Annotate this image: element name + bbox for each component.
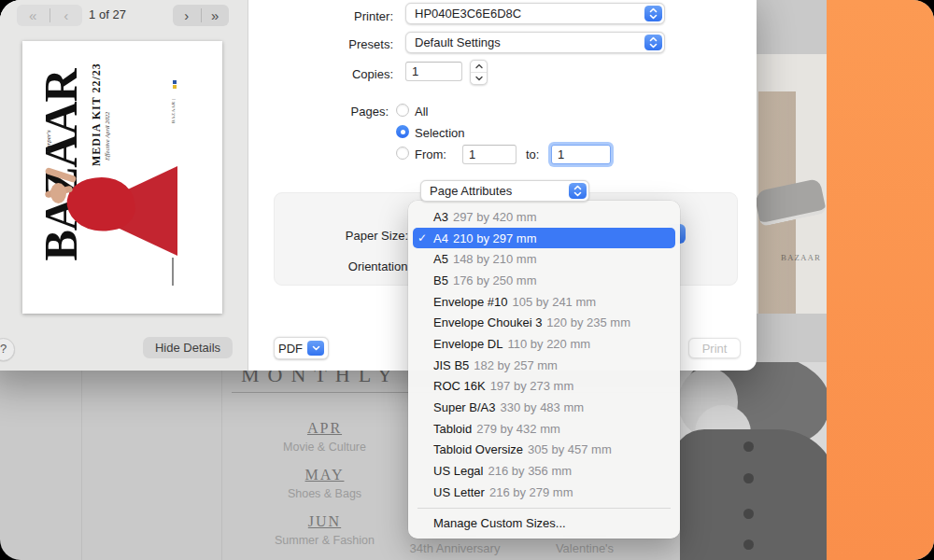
media-kit-subtitle: Effective April 2022 — [104, 75, 110, 161]
paper-size-name: ROC 16K — [433, 379, 486, 393]
background-footer-label: Valentine's — [537, 541, 632, 555]
paper-size-name: Super B/A3 — [433, 400, 496, 414]
paper-size-dimensions: 279 by 432 mm — [476, 422, 560, 436]
help-button[interactable]: ? — [0, 338, 15, 361]
logo-square-blue — [173, 80, 177, 84]
paper-size-menu-item[interactable]: ✓ A4 210 by 297 mm — [413, 228, 675, 249]
paper-size-name: Tabloid — [433, 422, 472, 436]
paper-size-menu-item[interactable]: ✓ Envelope DL 110 by 220 mm — [408, 333, 680, 355]
copies-label: Copies: — [304, 67, 393, 81]
desktop-wallpaper-stripe — [827, 0, 934, 560]
pages-to-input[interactable] — [551, 145, 611, 164]
print-button[interactable]: Print — [688, 338, 741, 358]
hide-details-button[interactable]: Hide Details — [143, 337, 233, 358]
paper-size-name: Envelope Choukei 3 — [433, 315, 542, 329]
paper-size-menu-item[interactable]: ✓ US Legal 216 by 356 mm — [408, 460, 680, 482]
paper-size-label: Paper Size: — [296, 229, 408, 243]
pagination-forward-group: › » — [173, 5, 229, 26]
paper-size-dimensions: 148 by 210 mm — [453, 252, 537, 266]
paper-size-dimensions: 105 by 241 mm — [513, 295, 597, 309]
paper-size-name: A3 — [433, 210, 448, 224]
section-select[interactable]: Page Attributes — [420, 180, 589, 202]
next-page-button[interactable]: › — [173, 5, 201, 26]
background-month-list: APR Movie & Culture MAY Shoes & Bags JUN… — [234, 420, 416, 547]
paper-size-dimensions: 216 by 279 mm — [489, 485, 573, 499]
pages-selection-label: Selection — [415, 126, 464, 140]
paper-size-menu-item[interactable]: ✓ Envelope #10 105 by 241 mm — [408, 291, 680, 313]
paper-size-menu-item[interactable]: ✓ JIS B5 182 by 257 mm — [408, 355, 680, 376]
month-name: JUN — [234, 513, 416, 530]
paper-size-menu-item[interactable]: ✓ US Letter 216 by 279 mm — [408, 482, 680, 503]
paper-size-dimensions: 182 by 257 mm — [474, 358, 558, 372]
paper-size-dimensions: 176 by 250 mm — [453, 273, 537, 287]
paper-size-name: A5 — [433, 252, 448, 266]
month-block: MAY Shoes & Bags — [234, 467, 416, 500]
paper-size-dimensions: 120 by 235 mm — [546, 315, 630, 329]
checkmark-icon: ✓ — [417, 231, 433, 245]
page-count-label: 1 of 27 — [77, 7, 138, 21]
paper-size-menu-item[interactable]: ✓ Tabloid 279 by 432 mm — [408, 418, 680, 440]
paper-size-menu-item[interactable]: ✓ Tabloid Oversize 305 by 457 mm — [408, 440, 680, 461]
paper-size-dimensions: 216 by 356 mm — [488, 464, 572, 478]
print-preview-page: BAZAAR Harper's MEDIA KIT 22/23 Effectiv… — [22, 41, 222, 314]
printer-label: Printer: — [304, 9, 393, 23]
month-name: APR — [234, 420, 416, 437]
month-theme: Summer & Fashion — [234, 534, 416, 547]
presets-select[interactable]: Default Settings — [405, 32, 665, 53]
background-photo-model — [680, 362, 827, 560]
month-theme: Movie & Culture — [234, 441, 416, 454]
screenshot-root: MONTHLY APR Movie & Culture MAY Shoes & … — [0, 0, 934, 560]
pdf-label: PDF — [278, 342, 303, 356]
pages-label: Pages: — [304, 105, 389, 119]
manage-custom-sizes-label: Manage Custom Sizes... — [433, 516, 566, 530]
copies-input[interactable] — [405, 62, 462, 81]
paper-size-menu: ✓ A3 297 by 420 mm ✓ A4 210 by 297 mm ✓ … — [408, 201, 680, 539]
first-page-button[interactable]: « — [17, 5, 50, 26]
paper-size-name: US Legal — [433, 464, 483, 478]
menu-separator — [417, 508, 671, 509]
pages-selection-radio[interactable] — [396, 125, 409, 138]
paper-size-dimensions: 330 by 483 mm — [501, 400, 585, 414]
month-name: MAY — [234, 467, 416, 483]
paper-size-menu-item[interactable]: ✓ A5 148 by 210 mm — [408, 248, 680, 270]
paper-size-menu-item[interactable]: ✓ B5 176 by 250 mm — [408, 270, 680, 291]
last-page-button[interactable]: » — [202, 5, 230, 26]
paper-size-name: Envelope DL — [433, 337, 502, 351]
stepper-up-icon[interactable] — [471, 61, 487, 72]
presets-label: Presets: — [304, 37, 393, 51]
paper-size-menu-item[interactable]: ✓ A3 297 by 420 mm — [408, 206, 680, 228]
pages-range-radio[interactable] — [396, 147, 409, 160]
paper-size-name: A4 — [433, 231, 448, 245]
paper-size-dimensions: 110 by 220 mm — [507, 337, 590, 351]
background-footer-label: 34th Anniversary — [402, 541, 508, 555]
paper-size-dimensions: 197 by 273 mm — [490, 379, 574, 393]
pages-all-radio[interactable] — [396, 104, 409, 117]
pagination-back-group: « ‹ — [17, 5, 82, 26]
printer-select-value: HP040E3C6E6D8C — [415, 7, 521, 21]
pages-from-label: From: — [415, 147, 446, 161]
popup-chevron-icon — [644, 35, 662, 50]
magazine-brand: Harper's — [45, 97, 52, 153]
paper-size-menu-item[interactable]: ✓ Super B/A3 330 by 483 mm — [408, 397, 680, 418]
copies-stepper[interactable] — [470, 60, 488, 85]
background-photo-boot — [755, 54, 827, 314]
month-theme: Shoes & Bags — [234, 487, 416, 500]
manage-custom-sizes-item[interactable]: Manage Custom Sizes... — [408, 513, 680, 535]
chevron-down-icon — [307, 341, 324, 356]
stepper-down-icon[interactable] — [471, 73, 487, 84]
pages-from-input[interactable] — [462, 145, 517, 164]
paper-size-dimensions: 297 by 420 mm — [453, 210, 537, 224]
popup-chevron-icon — [569, 183, 587, 199]
paper-size-dimensions: 305 by 457 mm — [528, 442, 612, 456]
pdf-menu-button[interactable]: PDF — [274, 337, 329, 359]
paper-size-menu-item[interactable]: ✓ Envelope Choukei 3 120 by 235 mm — [408, 312, 680, 333]
micro-text-bar — [172, 258, 174, 286]
popup-chevron-icon — [644, 6, 662, 21]
printer-select[interactable]: HP040E3C6E6D8C — [405, 3, 665, 24]
pages-all-label: All — [415, 105, 428, 119]
photo-dim-overlay — [755, 54, 827, 314]
paper-size-menu-item[interactable]: ✓ ROC 16K 197 by 273 mm — [408, 376, 680, 398]
paper-size-name: B5 — [433, 273, 448, 287]
paper-size-name: Envelope #10 — [433, 295, 508, 309]
paper-size-dimensions: 210 by 297 mm — [453, 231, 537, 245]
